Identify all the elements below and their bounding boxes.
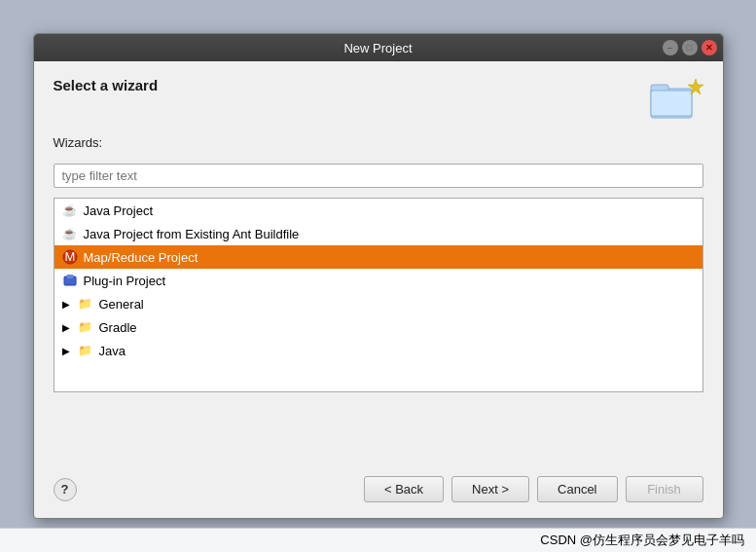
next-button[interactable]: Next > (451, 476, 529, 502)
list-item-group[interactable]: ▶ 📁 Gradle (54, 315, 702, 339)
close-button[interactable]: ✕ (702, 40, 717, 55)
content-spacer (34, 404, 723, 462)
list-item-label: Map/Reduce Project (84, 250, 198, 265)
group-chevron-icon: ▶ (62, 322, 70, 333)
watermark-bar: CSDN @仿生程序员会梦见电子羊吗 (0, 528, 756, 552)
list-item-group[interactable]: ▶ 📁 Java (54, 339, 702, 362)
list-item-selected[interactable]: M Map/Reduce Project (54, 245, 702, 269)
mapreduce-icon: M (62, 249, 78, 265)
list-item-label: Gradle (99, 320, 137, 335)
java-ant-icon: ☕ (62, 226, 78, 241)
minimize-button[interactable]: – (663, 40, 678, 55)
list-item-group[interactable]: ▶ 📁 General (54, 292, 702, 315)
list-item-label: Java (99, 344, 126, 358)
wizard-icon (649, 77, 703, 126)
group-chevron-icon: ▶ (62, 346, 70, 356)
java-project-icon: ☕ (62, 202, 78, 218)
window-title: New Project (343, 41, 412, 55)
folder-icon: 📁 (78, 296, 93, 312)
titlebar: New Project – □ ✕ (34, 34, 723, 61)
list-item[interactable]: ☕ Java Project (54, 199, 702, 222)
wizard-list[interactable]: ☕ Java Project ☕ Java Project from Exist… (54, 198, 703, 392)
help-button[interactable]: ? (54, 478, 77, 501)
button-row: ? < Back Next > Cancel Finish (54, 472, 703, 502)
list-item[interactable]: Plug-in Project (54, 269, 702, 292)
list-item-label: General (99, 297, 144, 312)
folder-icon: 📁 (78, 343, 93, 358)
maximize-button[interactable]: □ (682, 40, 698, 55)
svg-rect-7 (67, 275, 70, 278)
filter-input[interactable] (54, 164, 703, 188)
desktop-background: New Project – □ ✕ Select a wizard (0, 0, 756, 552)
group-chevron-icon: ▶ (62, 299, 70, 310)
list-item-label: Java Project (84, 203, 154, 218)
footer-area: ? < Back Next > Cancel Finish (34, 462, 723, 518)
svg-rect-8 (70, 275, 73, 278)
cancel-button[interactable]: Cancel (537, 476, 617, 502)
back-button[interactable]: < Back (364, 476, 444, 502)
new-project-dialog: New Project – □ ✕ Select a wizard (33, 33, 724, 519)
dialog-content: Select a wizard Wizards: (34, 61, 723, 404)
wizards-label: Wizards: (54, 135, 703, 150)
folder-icon: 📁 (78, 319, 93, 335)
list-item-label: Plug-in Project (84, 274, 166, 288)
header-row: Select a wizard (54, 77, 703, 126)
window-controls: – □ ✕ (663, 40, 717, 55)
watermark-text: CSDN @仿生程序员会梦见电子羊吗 (540, 533, 744, 547)
header-title: Select a wizard (54, 77, 159, 93)
list-item[interactable]: ☕ Java Project from Existing Ant Buildfi… (54, 222, 702, 245)
finish-button[interactable]: Finish (626, 476, 703, 502)
svg-text:M: M (64, 249, 75, 264)
list-item-label: Java Project from Existing Ant Buildfile (84, 227, 300, 241)
plugin-icon (62, 273, 78, 288)
svg-rect-2 (651, 91, 692, 116)
